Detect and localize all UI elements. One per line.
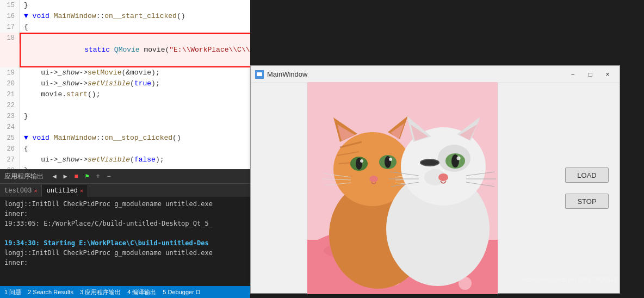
line-content-26: {	[20, 144, 28, 154]
watermark-text: https://blog.csdn.net @51CTO5518	[523, 276, 617, 283]
line-num-26: 26	[0, 144, 20, 154]
line-content-27: ui->_show->setVisible(false);	[20, 154, 164, 165]
line-num-23: 23	[0, 111, 20, 122]
icon-flag[interactable]: ⚑	[83, 172, 91, 181]
dialog-title-text: MainWindow	[267, 70, 565, 78]
svg-point-42	[421, 160, 438, 165]
output-line-4	[4, 228, 246, 238]
line-num-24: 24	[0, 122, 20, 133]
dialog-titlebar: MainWindow − □ ×	[251, 66, 620, 83]
icon-arrow-left[interactable]: ◀	[50, 172, 59, 181]
stop-button[interactable]: STOP	[565, 194, 609, 209]
line-content-17: {	[20, 22, 28, 33]
code-line-25: 25 ▼ void MainWindow::on__stop_clicked()	[0, 133, 250, 144]
tabs-bar: test003 ✕ untitled ✕	[0, 184, 250, 197]
line-num-16: 16	[0, 11, 20, 22]
code-line-24: 24	[0, 122, 250, 133]
line-content-16: ▼ void MainWindow::on__start_clicked()	[20, 11, 185, 22]
dialog-app-icon	[255, 70, 264, 79]
tab-untitled[interactable]: untitled ✕	[42, 185, 88, 197]
maximize-button[interactable]: □	[583, 69, 598, 80]
line-num-19: 19	[0, 67, 20, 78]
tab-test003[interactable]: test003 ✕	[0, 185, 42, 197]
line-content-15: }	[20, 0, 28, 11]
line-num-17: 17	[0, 22, 20, 33]
line-num-22: 22	[0, 100, 20, 111]
line-content-18: static QMovie movie("E:\\WorkPlace\\C\\u…	[20, 33, 250, 67]
svg-point-24	[360, 159, 363, 163]
code-area: 15 } 16 ▼ void MainWindow::on__start_cli…	[0, 0, 250, 187]
tab-test003-error: ✕	[34, 188, 37, 194]
code-line-27: 27 ui->_show->setVisible(false);	[0, 154, 250, 165]
svg-point-44	[451, 154, 459, 167]
output-line-5: 19:34:30: Starting E:\WorkPlace\C\build-…	[4, 238, 246, 248]
panel-icons: ◀ ▶ ■ ⚑ + −	[50, 172, 113, 181]
dialog-content: LOAD STOP	[251, 83, 620, 293]
minimize-button[interactable]: −	[565, 69, 580, 80]
line-num-20: 20	[0, 78, 20, 89]
icon-plus[interactable]: +	[94, 172, 102, 181]
icon-arrow-right[interactable]: ▶	[61, 172, 70, 181]
icon-minus[interactable]: −	[104, 172, 113, 181]
status-item-output[interactable]: 3 应用程序输出	[80, 288, 121, 296]
dialog-controls: − □ ×	[565, 69, 615, 80]
code-editor: 15 } 16 ▼ void MainWindow::on__start_cli…	[0, 0, 250, 298]
line-content-22	[20, 100, 28, 111]
line-num-18: 18	[0, 33, 20, 44]
panel-header: 应用程序输出 ◀ ▶ ■ ⚑ + −	[0, 170, 250, 184]
code-line-22: 22	[0, 100, 250, 111]
line-content-20: ui->_show->setVisible(true);	[20, 78, 160, 89]
watermark: https://blog.csdn.net @51CTO5518	[523, 276, 617, 283]
status-item-search[interactable]: 2 Search Results	[28, 289, 73, 295]
dialog-image-area	[251, 83, 554, 293]
load-button[interactable]: LOAD	[565, 167, 609, 183]
status-item-build[interactable]: 4 编译输出	[127, 288, 156, 296]
close-button[interactable]: ×	[600, 69, 615, 80]
line-content-24	[20, 122, 28, 133]
output-line-3: 19:33:05: E:/WorkPlace/C/build-untitled-…	[4, 219, 246, 228]
svg-rect-1	[257, 72, 262, 76]
code-line-26: 26 {	[0, 144, 250, 154]
line-num-25: 25	[0, 133, 20, 144]
code-line-16: 16 ▼ void MainWindow::on__start_clicked(…	[0, 11, 250, 22]
code-lines: 15 } 16 ▼ void MainWindow::on__start_cli…	[0, 0, 250, 187]
code-line-17: 17 {	[0, 22, 250, 33]
line-content-25: ▼ void MainWindow::on__stop_clicked()	[20, 133, 181, 144]
icon-run[interactable]: ■	[72, 172, 81, 181]
output-content: longj::InitDll CheckPidProc g_modulename…	[0, 197, 250, 270]
line-num-15: 15	[0, 0, 20, 11]
main-window-dialog: MainWindow − □ ×	[250, 65, 620, 294]
output-line-1: longj::InitDll CheckPidProc g_modulename…	[4, 199, 246, 209]
svg-point-26	[369, 176, 378, 182]
line-num-27: 27	[0, 154, 20, 165]
output-line-6: longj::InitDll CheckPidProc g_modulename…	[4, 248, 246, 258]
tab-untitled-label: untitled	[46, 187, 78, 195]
code-line-15: 15 }	[0, 0, 250, 11]
svg-point-46	[438, 173, 448, 181]
code-line-23: 23 }	[0, 111, 250, 122]
svg-point-25	[389, 158, 392, 161]
svg-point-45	[457, 157, 461, 160]
output-line-7: inner:	[4, 258, 246, 268]
line-content-21: movie.start();	[20, 89, 100, 100]
output-line-2: inner:	[4, 209, 246, 219]
tab-test003-label: test003	[4, 187, 32, 195]
cat-image	[307, 82, 498, 294]
line-content-19: ui->_show->setMovie(&movie);	[20, 67, 160, 78]
code-line-21: 21 movie.start();	[0, 89, 250, 100]
code-line-18: 18 static QMovie movie("E:\\WorkPlace\\C…	[0, 33, 250, 67]
panel-title: 应用程序输出	[4, 172, 44, 181]
line-num-21: 21	[0, 89, 20, 100]
status-item-problems[interactable]: 1 问题	[4, 288, 21, 296]
code-line-19: 19 ui->_show->setMovie(&movie);	[0, 67, 250, 78]
dialog-buttons: LOAD STOP	[554, 83, 620, 293]
status-bar: 1 问题 2 Search Results 3 应用程序输出 4 编译输出 5 …	[0, 286, 250, 298]
right-panel	[620, 0, 644, 298]
tab-untitled-error: ✕	[80, 188, 83, 194]
output-panel: 应用程序输出 ◀ ▶ ■ ⚑ + − test003 ✕ untitled ✕ …	[0, 169, 250, 286]
code-line-20: 20 ui->_show->setVisible(true);	[0, 78, 250, 89]
status-item-debugger[interactable]: 5 Debugger O	[163, 289, 200, 295]
line-content-23: }	[20, 111, 28, 122]
